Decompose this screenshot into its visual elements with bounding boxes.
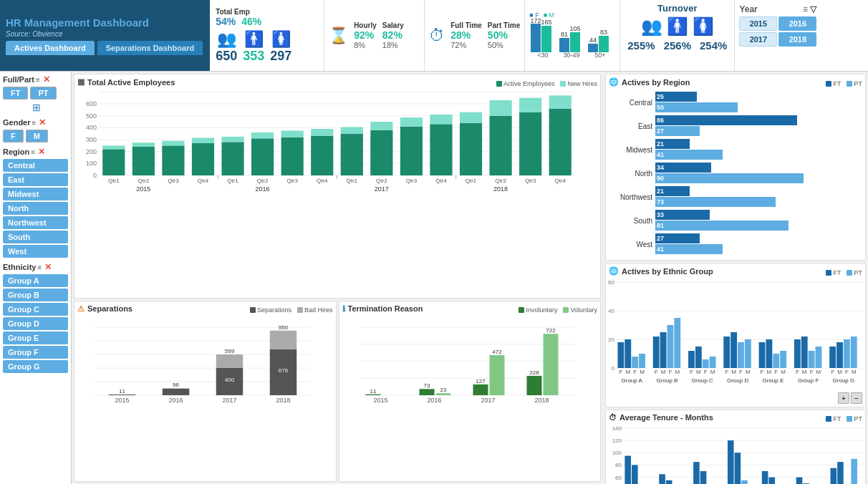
ethnic-chart-minus[interactable]: − <box>851 392 862 404</box>
svg-rect-100 <box>216 354 243 368</box>
region-west[interactable]: West <box>3 245 68 258</box>
svg-rect-247 <box>728 440 734 484</box>
region-northwest[interactable]: Northwest <box>3 216 68 229</box>
year-2017[interactable]: 2017 <box>739 32 777 47</box>
region-filter-icon[interactable]: ≡ <box>31 148 35 156</box>
ethnic-chart-plus[interactable]: + <box>838 392 849 404</box>
region-ft-bar: 25 <box>655 92 862 102</box>
tab-separations[interactable]: Separations Dashboard <box>97 41 203 55</box>
separations-legend: Separations Bad Hires <box>250 306 333 314</box>
legend-tenure-pt <box>847 416 852 422</box>
hourly-pct2: 8% <box>354 41 377 49</box>
svg-text:Group F: Group F <box>798 377 819 384</box>
ethnicity-groupg[interactable]: Group G <box>3 360 68 373</box>
svg-rect-142 <box>625 339 631 368</box>
fullpart-filter-icon[interactable]: ≡ <box>36 76 40 84</box>
svg-text:Qtr1: Qtr1 <box>108 178 120 184</box>
svg-rect-220 <box>625 456 631 484</box>
svg-text:Qtr4: Qtr4 <box>317 178 328 184</box>
svg-text:Qtr1: Qtr1 <box>466 178 477 184</box>
actives-region-panel: 🌐 Actives by Region FT PT Central <box>605 74 866 261</box>
svg-rect-151 <box>660 332 667 368</box>
fullpart-btn-ft[interactable]: FT <box>3 87 28 100</box>
tab-actives[interactable]: Actives Dashboard <box>6 41 95 55</box>
ethnicity-groupb[interactable]: Group B <box>3 289 68 301</box>
gender-btn-f[interactable]: F <box>3 130 24 142</box>
count2: 353 <box>243 49 264 64</box>
svg-text:2015: 2015 <box>115 397 129 404</box>
gender-clear-icon[interactable]: ✕ <box>39 117 46 127</box>
ethnic-icon: 🌐 <box>609 266 619 276</box>
legend-dot-active <box>496 81 502 87</box>
parttime-label: Part Time <box>488 21 520 29</box>
svg-rect-59 <box>341 127 363 134</box>
region-east[interactable]: East <box>3 173 68 186</box>
globe-icon: 🌐 <box>609 77 619 87</box>
termination-title: ℹ Termination Reason <box>342 304 423 314</box>
svg-rect-177 <box>759 342 766 368</box>
svg-rect-30 <box>102 149 125 175</box>
svg-text:M: M <box>746 369 751 375</box>
salary-label: Salary <box>382 21 404 29</box>
svg-rect-238 <box>693 462 700 484</box>
svg-rect-118 <box>419 389 434 395</box>
year-2015[interactable]: 2015 <box>739 16 777 31</box>
svg-rect-188 <box>809 351 815 368</box>
year-2018[interactable]: 2018 <box>778 32 816 47</box>
svg-text:M: M <box>675 369 680 375</box>
svg-rect-95 <box>163 389 190 395</box>
count3: 297 <box>270 49 291 64</box>
region-clear-icon[interactable]: ✕ <box>38 147 45 157</box>
svg-text:400: 400 <box>225 377 235 383</box>
region-row: Midwest 21 41 <box>609 139 862 160</box>
header: HR Management Dashboard Source: Obvience… <box>0 0 868 72</box>
ethnicity-groupe[interactable]: Group E <box>3 331 68 344</box>
region-central[interactable]: Central <box>3 159 68 172</box>
svg-rect-161 <box>703 359 709 368</box>
fullpart-clear-icon[interactable]: ✕ <box>43 74 50 84</box>
region-bars: 21 41 <box>655 139 862 160</box>
actives-ethnic-panel: 🌐 Actives by Ethnic Group FT PT 0204060F… <box>605 263 866 407</box>
ethnicity-groupa[interactable]: Group A <box>3 274 68 287</box>
year-filter-icon[interactable]: ≡ ▽ <box>803 4 816 14</box>
svg-text:44: 44 <box>589 37 597 44</box>
year-2016[interactable]: 2016 <box>778 16 816 31</box>
avg-tenure-legend: FT PT <box>826 415 862 422</box>
region-midwest[interactable]: Midwest <box>3 188 68 200</box>
svg-text:Group C: Group C <box>692 377 713 384</box>
ethnicity-groupd[interactable]: Group D <box>3 317 68 330</box>
svg-text:30-49: 30-49 <box>564 52 580 59</box>
svg-rect-171 <box>745 339 751 368</box>
svg-text:172: 172 <box>531 17 541 24</box>
fullpart-btns: FT PT <box>3 87 68 100</box>
svg-rect-2 <box>559 38 569 52</box>
fullpart-btn-pt[interactable]: PT <box>30 87 56 100</box>
fullpart-add-icon[interactable]: ⊞ <box>32 102 41 113</box>
svg-text:2015: 2015 <box>373 397 387 404</box>
region-hbars: Central 25 50 East 86 <box>609 92 862 255</box>
svg-text:2017: 2017 <box>222 397 236 404</box>
svg-text:2015: 2015 <box>136 185 150 193</box>
svg-rect-36 <box>162 145 184 175</box>
region-row: Central 25 50 <box>609 92 862 113</box>
region-pt-val: 90 <box>657 175 664 182</box>
region-north[interactable]: North <box>3 202 68 215</box>
actives-region-legend: FT PT <box>826 80 862 87</box>
gender-filter-icon[interactable]: ≡ <box>32 119 37 127</box>
svg-rect-67 <box>430 124 452 175</box>
svg-text:2016: 2016 <box>256 185 270 193</box>
gender-btn-m[interactable]: M <box>26 130 48 142</box>
ethnicity-filter-icon[interactable]: ≡ <box>37 263 42 271</box>
legend-dot-sep <box>250 307 256 313</box>
ethnicity-groupc[interactable]: Group C <box>3 303 68 316</box>
ethnicity-clear-icon[interactable]: ✕ <box>44 262 52 272</box>
total-active-panel: ▦ Total Active Employees Active Employee… <box>74 74 601 299</box>
svg-rect-75 <box>490 116 512 175</box>
svg-rect-40 <box>192 138 214 144</box>
svg-text:11: 11 <box>119 388 125 395</box>
legend-ethnic-ft <box>826 270 831 276</box>
svg-text:M: M <box>731 369 736 375</box>
region-south[interactable]: South <box>3 231 68 243</box>
ethnicity-groupf[interactable]: Group F <box>3 346 68 359</box>
legend-dot-pt <box>847 81 852 87</box>
